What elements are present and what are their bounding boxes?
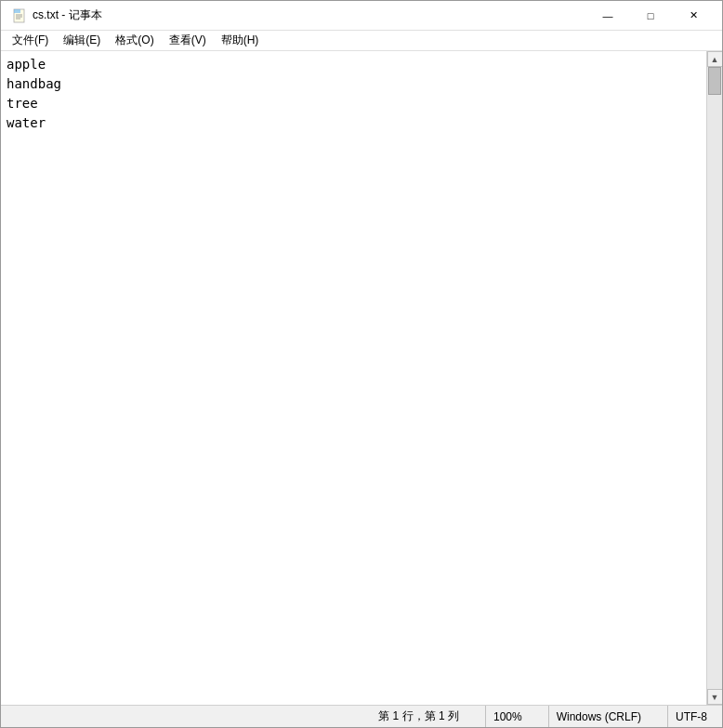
minimize-button[interactable]: —: [586, 1, 629, 31]
text-editor[interactable]: apple handbag tree water: [1, 51, 706, 705]
menu-help[interactable]: 帮助(H): [214, 31, 267, 51]
editor-area: apple handbag tree water ▲ ▼: [1, 51, 722, 705]
title-controls: — □ ✕: [586, 1, 715, 31]
svg-rect-1: [14, 9, 20, 13]
encoding: UTF-8: [667, 706, 715, 727]
close-button[interactable]: ✕: [672, 1, 715, 31]
scroll-up-arrow[interactable]: ▲: [707, 51, 723, 67]
app-icon: [12, 8, 27, 23]
title-bar-left: cs.txt - 记事本: [12, 7, 102, 23]
title-bar: cs.txt - 记事本 — □ ✕: [1, 1, 722, 31]
window-title: cs.txt - 记事本: [33, 7, 102, 23]
scroll-down-arrow[interactable]: ▼: [707, 689, 723, 705]
menu-file[interactable]: 文件(F): [5, 31, 56, 51]
line-ending: Windows (CRLF): [548, 706, 649, 727]
menu-format[interactable]: 格式(O): [108, 31, 161, 51]
menu-edit[interactable]: 编辑(E): [56, 31, 108, 51]
maximize-button[interactable]: □: [629, 1, 672, 31]
status-bar: 第 1 行，第 1 列 100% Windows (CRLF) UTF-8: [1, 705, 722, 727]
scroll-thumb[interactable]: [708, 67, 721, 95]
menu-bar: 文件(F) 编辑(E) 格式(O) 查看(V) 帮助(H): [1, 31, 722, 51]
notepad-window: cs.txt - 记事本 — □ ✕ 文件(F) 编辑(E) 格式(O) 查看(…: [0, 0, 723, 728]
scroll-track[interactable]: [707, 67, 722, 689]
scrollbar-vertical[interactable]: ▲ ▼: [706, 51, 722, 705]
menu-view[interactable]: 查看(V): [162, 31, 214, 51]
zoom-level: 100%: [485, 706, 530, 727]
cursor-position: 第 1 行，第 1 列: [371, 706, 467, 727]
